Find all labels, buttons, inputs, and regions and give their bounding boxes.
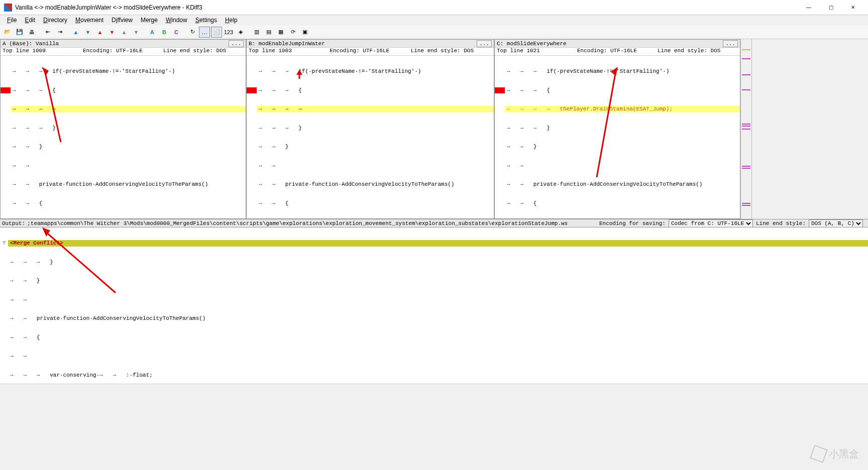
diff-panes: A (Base): Vanilla ... Top line 1009 Enco… xyxy=(0,39,868,219)
pane-c-code[interactable]: → → → if(·prevStateName·!=·'StartFalling… xyxy=(495,56,740,218)
print-icon[interactable]: 🖶 xyxy=(26,27,37,38)
menu-edit[interactable]: Edit xyxy=(21,16,39,25)
overview-strip[interactable] xyxy=(740,39,751,219)
pane-c: C: modSlideEverywhere ... Top line 1021 … xyxy=(494,39,740,219)
pane-b-code[interactable]: → → → if(·prevStateName·!=·'StartFalling… xyxy=(247,56,494,218)
watermark: 小黑盒 xyxy=(812,447,859,461)
split-h-icon[interactable]: ▥ xyxy=(251,27,262,38)
scrollbar-horizontal[interactable] xyxy=(0,384,868,392)
refresh-icon[interactable]: ⟳ xyxy=(287,27,298,38)
pane-c-subheader: Top line 1021 Encoding: UTF-16LE Line en… xyxy=(495,48,740,56)
svg-marker-7 xyxy=(42,227,50,237)
menu-bar: File Edit Directory Movement Diffview Me… xyxy=(0,15,868,25)
menu-settings[interactable]: Settings xyxy=(191,16,221,25)
auto-advance-icon[interactable]: ↻ xyxy=(187,27,198,38)
save-icon[interactable]: 💾 xyxy=(14,27,25,38)
app-icon xyxy=(4,4,12,12)
pane-a-browse-button[interactable]: ... xyxy=(229,40,244,47)
lineend-select[interactable]: DOS (A, B, C) xyxy=(809,219,863,227)
toggle-split-icon[interactable]: ▦ xyxy=(275,27,286,38)
minimize-button[interactable]: — xyxy=(798,0,820,15)
next-diff-icon[interactable]: ▼ xyxy=(82,27,93,38)
line-numbers-icon[interactable]: 123 xyxy=(223,27,234,38)
maximize-button[interactable]: ▢ xyxy=(820,0,842,15)
menu-movement[interactable]: Movement xyxy=(71,16,107,25)
menu-merge[interactable]: Merge xyxy=(137,16,162,25)
title-bar: Vanilla <-> modEnableJumpInWater <-> mod… xyxy=(0,0,868,15)
menu-help[interactable]: Help xyxy=(221,16,242,25)
next-unsolved-icon[interactable]: ▼ xyxy=(131,27,142,38)
split-v-icon[interactable]: ▤ xyxy=(263,27,274,38)
menu-window[interactable]: Window xyxy=(162,16,191,25)
pane-b-subheader: Top line 1003 Encoding: UTF-16LE Line en… xyxy=(247,48,494,56)
menu-file[interactable]: File xyxy=(3,16,21,25)
pane-c-header: C: modSlideEverywhere ... xyxy=(495,40,740,48)
pane-c-browse-button[interactable]: ... xyxy=(723,40,738,47)
show-whitespace-icon[interactable]: … xyxy=(199,27,210,38)
pane-a-header: A (Base): Vanilla ... xyxy=(1,40,246,48)
prev-unsolved-icon[interactable]: ▲ xyxy=(119,27,130,38)
output-path: ;teamapps\common\The Witcher 3\Mods\mod0… xyxy=(27,220,589,226)
select-a-button[interactable]: A xyxy=(147,27,158,38)
toolbar: 📂 💾 🖶 ⇤ ⇥ ▲ ▼ ▲ ▼ ▲ ▼ A B C ↻ … ⬜ 123 ◈ … xyxy=(0,25,868,39)
go-end-icon[interactable]: ⇥ xyxy=(54,27,65,38)
pane-a: A (Base): Vanilla ... Top line 1009 Enco… xyxy=(0,39,246,219)
close-button[interactable]: ✕ xyxy=(842,0,864,15)
encoding-select[interactable]: Codec from C: UTF-16LE xyxy=(669,219,753,227)
show-ws-chars-icon[interactable]: ⬜ xyxy=(211,27,222,38)
prev-diff-icon[interactable]: ▲ xyxy=(70,27,81,38)
open-icon[interactable]: 📂 xyxy=(2,27,13,38)
output-pane[interactable]: ?<Merge Conflict> → → → } → → } → → → → … xyxy=(0,227,868,384)
go-top-icon[interactable]: ⇤ xyxy=(42,27,53,38)
next-conflict-icon[interactable]: ▼ xyxy=(106,27,118,38)
select-c-button[interactable]: C xyxy=(171,27,182,38)
select-b-button[interactable]: B xyxy=(159,27,170,38)
prev-conflict-icon[interactable]: ▲ xyxy=(94,27,105,38)
menu-directory[interactable]: Directory xyxy=(39,16,71,25)
menu-diffview[interactable]: Diffview xyxy=(107,16,137,25)
pane-b-header: B: modEnableJumpInWater ... xyxy=(247,40,494,48)
pane-b-browse-button[interactable]: ... xyxy=(477,40,492,47)
pane-a-code[interactable]: → → → if(·prevStateName·!=·'StartFalling… xyxy=(1,56,246,218)
output-header: Output: ;teamapps\common\The Witcher 3\M… xyxy=(0,219,868,227)
folder-icon[interactable]: ▣ xyxy=(299,27,310,38)
wrap-icon[interactable]: ◈ xyxy=(235,27,246,38)
window-title: Vanilla <-> modEnableJumpInWater <-> mod… xyxy=(15,4,798,11)
scrollbar-vertical[interactable] xyxy=(751,39,759,219)
pane-a-subheader: Top line 1009 Encoding: UTF-16LE Line en… xyxy=(1,48,246,56)
pane-b: B: modEnableJumpInWater ... Top line 100… xyxy=(246,39,494,219)
